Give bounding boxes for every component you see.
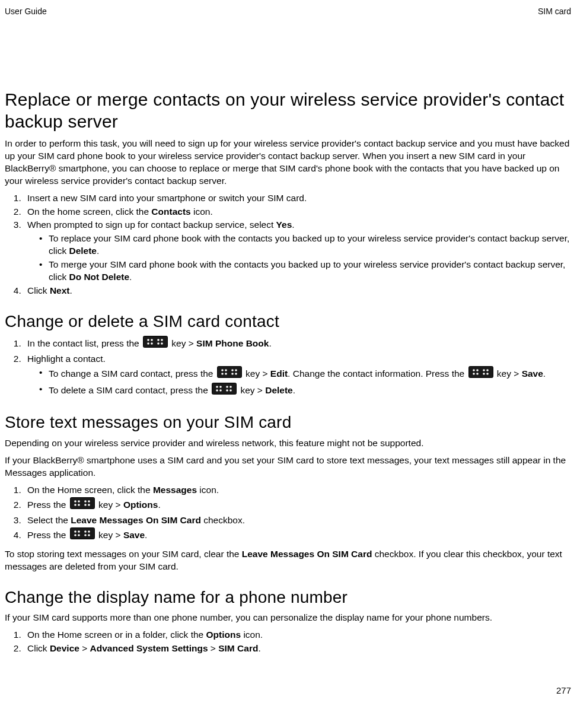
- section-1-steps: Insert a new SIM card into your smartpho…: [5, 192, 571, 297]
- s2-step-2: Highlight a contact. To change a SIM car…: [24, 353, 571, 399]
- section-2-title: Change or delete a SIM card contact: [5, 310, 571, 333]
- blackberry-key-icon: [70, 527, 95, 543]
- step-1: Insert a new SIM card into your smartpho…: [24, 192, 571, 205]
- section-4-steps: On the Home screen or in a folder, click…: [5, 629, 571, 655]
- blackberry-key-icon: [143, 336, 168, 351]
- section-3-steps: On the Home screen, click the Messages i…: [5, 484, 571, 543]
- section-4-title: Change the display name for a phone numb…: [5, 586, 571, 609]
- step-3: When prompted to sign up for contact bac…: [24, 219, 571, 284]
- s2-step-1: In the contact list, press the key > SIM…: [24, 336, 571, 352]
- s4-step-1: On the Home screen or in a folder, click…: [24, 629, 571, 641]
- s2-step-2-bullet-1: To change a SIM card contact, press the …: [39, 367, 571, 382]
- step-3-bullet-2: To merge your SIM card phone book with t…: [39, 259, 571, 284]
- section-3-p2: If your BlackBerry® smartphone uses a SI…: [5, 454, 571, 479]
- header-right: SIM card: [538, 6, 571, 17]
- page-number: 277: [5, 685, 571, 697]
- s3-step-1: On the Home screen, click the Messages i…: [24, 484, 571, 497]
- page-header: User Guide SIM card: [5, 6, 571, 17]
- header-left: User Guide: [5, 6, 47, 17]
- section-1-title: Replace or merge contacts on your wirele…: [5, 88, 571, 133]
- s3-step-4: Press the key > Save.: [24, 528, 571, 543]
- s2-step-2-bullet-2: To delete a SIM card contact, press the …: [39, 383, 571, 399]
- s4-step-2: Click Device > Advanced System Settings …: [24, 643, 571, 655]
- step-2: On the home screen, click the Contacts i…: [24, 206, 571, 218]
- section-3-p1: Depending on your wireless service provi…: [5, 437, 571, 450]
- section-3-title: Store text messages on your SIM card: [5, 411, 571, 434]
- step-3-bullet-1: To replace your SIM card phone book with…: [39, 233, 571, 257]
- step-4: Click Next.: [24, 285, 571, 297]
- section-1-intro: In order to perform this task, you will …: [5, 138, 571, 187]
- blackberry-key-icon: [212, 383, 237, 398]
- section-4-p1: If your SIM card supports more than one …: [5, 612, 571, 624]
- s3-step-2: Press the key > Options.: [24, 498, 571, 513]
- section-3-p3: To stop storing text messages on your SI…: [5, 548, 571, 573]
- section-2-steps: In the contact list, press the key > SIM…: [5, 336, 571, 399]
- s3-step-3: Select the Leave Messages On SIM Card ch…: [24, 514, 571, 527]
- blackberry-key-icon: [468, 366, 493, 382]
- blackberry-key-icon: [217, 366, 242, 382]
- blackberry-key-icon: [70, 497, 95, 513]
